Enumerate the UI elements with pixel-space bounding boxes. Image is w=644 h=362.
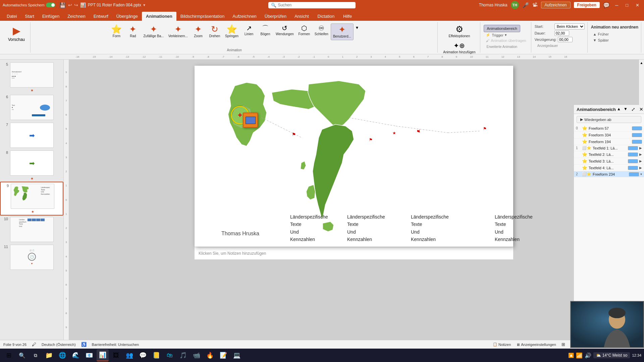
textfeld4-expand[interactable]: ▶: [639, 166, 642, 170]
textfeld1-expand[interactable]: ▶: [639, 146, 642, 150]
filename[interactable]: PPT 01 Roter Faden 004.pptx: [88, 3, 141, 7]
anim-btn-rad[interactable]: ✦ Rad: [125, 23, 141, 40]
anim-item-freeform57[interactable]: 0 ⭐ Freeform 57: [574, 125, 644, 132]
display-settings-btn[interactable]: 🖥 Anzeigeeinstellungen: [516, 343, 556, 347]
tab-entwurf[interactable]: Entwurf: [90, 12, 112, 21]
taskbar-chrome-btn[interactable]: 🌐: [56, 349, 68, 361]
slide-thumbnail-6[interactable]: Text■==: [10, 95, 54, 120]
dauer-input[interactable]: [554, 31, 569, 36]
tab-start[interactable]: Start: [21, 12, 38, 21]
tab-hilfe[interactable]: Hilfe: [339, 12, 356, 21]
anim-item-freeform334[interactable]: ⭐ Freeform 334: [574, 132, 644, 138]
taskbar-app-btn[interactable]: 💻: [231, 349, 243, 361]
search-box[interactable]: 🔍: [268, 2, 356, 8]
freigeben-btn[interactable]: Freigeben: [574, 2, 600, 8]
animationsbereich-btn[interactable]: Animationsbereich: [484, 25, 520, 32]
tab-ansicht[interactable]: Ansicht: [290, 12, 313, 21]
trigger-btn[interactable]: ⚡ Trigger ▾: [484, 32, 528, 38]
tab-bildschirm[interactable]: Bildschirmpräsentation: [176, 12, 229, 21]
frueher-btn[interactable]: ▲ Früher: [591, 32, 611, 37]
slide-thumbnail-8[interactable]: ➡: [10, 150, 54, 176]
anim-item-textfeld2[interactable]: ⭐ Textfeld 2: Lä... ▶: [574, 151, 644, 158]
tab-zeichnen[interactable]: Zeichnen: [63, 12, 89, 21]
slide-item-9[interactable]: 9 Länderspez.TexteUndKennzahlen ★: [0, 182, 63, 216]
tab-ueberpruefen[interactable]: Überprüfen: [261, 12, 290, 21]
tab-uebergaenge[interactable]: Übergänge: [112, 12, 142, 21]
taskbar-store-btn[interactable]: 🛍: [164, 349, 176, 361]
effektoptionen-btn[interactable]: ⚙ Effektoptionen: [446, 23, 472, 40]
notes-area[interactable]: Klicken Sie, um Notizen hinzuzufügen: [195, 247, 513, 259]
dragged-element[interactable]: [243, 113, 258, 128]
microphone-icon[interactable]: 🎤: [522, 2, 529, 8]
tab-einfuegen[interactable]: Einfügen: [38, 12, 63, 21]
search-input[interactable]: [278, 3, 352, 7]
tab-aufzeichnen[interactable]: Aufzeichnen: [228, 12, 261, 21]
start-select[interactable]: Beim Klicken: [554, 23, 585, 29]
taskbar-browser2-btn[interactable]: 🔥: [204, 349, 216, 361]
taskbar-teams-btn[interactable]: 👥: [123, 349, 136, 361]
tab-dictation[interactable]: Dictation: [313, 12, 339, 21]
dropdown-icon[interactable]: ▾: [143, 3, 145, 7]
taskbar-powerpoint-btn[interactable]: 📊: [97, 349, 109, 361]
slide-panel[interactable]: 5 Animationen!→ → →■ ■ ■=== ★ 6 Text■==: [0, 60, 64, 340]
panel-scroll-down[interactable]: ▼: [623, 106, 629, 112]
anim-btn-drehen[interactable]: ↻ Drehen: [207, 23, 223, 40]
anim-btn-formen[interactable]: ⬡ Formen: [296, 23, 312, 38]
aufzeichnen-btn[interactable]: Aufzeichnen: [541, 2, 571, 8]
slide-canvas[interactable]: ⚑ ⚑ ★ ⚑ ⚑ + Länderspezifische Texte Und …: [195, 66, 513, 247]
slide-thumbnail-10[interactable]: Landes-spezifischTexteUnd: [10, 217, 54, 242]
anim-btn-schleifen[interactable]: ♾ Schleifen: [313, 23, 330, 38]
anim-btn-boegen[interactable]: ⌒ Bögen: [257, 23, 273, 38]
taskbar-up-arrow[interactable]: 🔼: [568, 353, 574, 358]
slide-item-11[interactable]: 11 ⬜ 🕐 🕛 ♥: [0, 243, 63, 271]
redo-icon[interactable]: ↪: [74, 2, 78, 8]
scroll-up-btn[interactable]: ▲: [639, 60, 644, 65]
textfeld2-expand[interactable]: ▶: [639, 153, 642, 156]
taskbar-obs-btn[interactable]: 📹: [191, 349, 203, 361]
present-icon[interactable]: 📽: [532, 2, 538, 8]
freeform234-expand[interactable]: ▾: [640, 172, 642, 176]
taskbar-windows-btn[interactable]: ⊞: [3, 349, 15, 361]
minimize-btn[interactable]: ─: [613, 2, 620, 8]
slide-item-7[interactable]: 7 ➡: [0, 121, 63, 149]
taskbar-spotify-btn[interactable]: 🎵: [177, 349, 189, 361]
tab-datei[interactable]: Datei: [3, 12, 21, 21]
maximize-btn[interactable]: □: [624, 2, 630, 8]
anim-btn-benutzerd[interactable]: ✦ Benutzerd...: [331, 23, 354, 40]
taskbar-edge-btn[interactable]: 🌊: [70, 349, 82, 361]
anim-item-freeform234[interactable]: 2 ⬜⭐ Freeform 234 ▾: [574, 171, 644, 177]
slide-thumbnail-9[interactable]: Länderspez.TexteUndKennzahlen: [11, 184, 54, 209]
save-icon[interactable]: 💾: [59, 2, 66, 8]
slide-item-8[interactable]: 8 ➡ ★: [0, 149, 63, 182]
anim-item-textfeld4[interactable]: ⭐ Textfeld 4: Lä... ▶: [574, 165, 644, 171]
textfeld3-expand[interactable]: ▶: [639, 159, 642, 163]
autosave-toggle[interactable]: Automatisches Speichern: [3, 3, 55, 7]
close-btn[interactable]: ✕: [634, 2, 641, 8]
taskbar-explorer-btn[interactable]: 📁: [43, 349, 55, 361]
anim-btn-form[interactable]: ⭐ Form: [108, 23, 124, 40]
slide-thumbnail-5[interactable]: Animationen!→ → →■ ■ ■===: [10, 62, 54, 87]
taskbar-skype-btn[interactable]: 💬: [137, 349, 149, 361]
anim-btn-springen[interactable]: ⭐ Springen: [223, 23, 240, 40]
play-all-btn[interactable]: ▶ Wiedergeben ab: [577, 116, 641, 123]
anim-btn-zoom[interactable]: ✦ Zoom: [190, 23, 206, 40]
anim-btn-verkleinern[interactable]: ✦ Verkleinern...: [166, 23, 190, 40]
notes-btn[interactable]: 📋 Notizen: [493, 342, 511, 347]
anim-item-freeform194[interactable]: ⭐ Freeform 194: [574, 138, 644, 145]
anim-item-textfeld1[interactable]: 1 ⬜⭐ Textfeld 1: Lä... ▶: [574, 145, 644, 151]
taskbar-outlook-btn[interactable]: 📧: [83, 349, 95, 361]
taskbar-words-btn[interactable]: 📝: [217, 349, 229, 361]
comments-icon[interactable]: 💬: [603, 2, 610, 8]
anim-btn-zufaellig[interactable]: ✦ Zufällige Ba...: [141, 23, 166, 40]
taskbar-taskview-btn[interactable]: ⧉: [30, 349, 42, 361]
slide-thumbnail-11[interactable]: ⬜ 🕐 🕛 ♥: [10, 245, 54, 270]
spaeter-btn[interactable]: ▼ Später: [591, 38, 611, 43]
normal-view-icon[interactable]: ⊞: [561, 342, 565, 347]
slide-item-5[interactable]: 5 Animationen!→ → →■ ■ ■=== ★: [0, 61, 63, 94]
autosave-toggle-pill[interactable]: [46, 3, 55, 7]
animation-hinzufuegen-btn[interactable]: ✦⊕ Animation hinzufügen: [441, 40, 477, 56]
panel-expand-btn[interactable]: ⤢: [630, 106, 637, 112]
taskbar-search-btn[interactable]: 🔍: [16, 349, 28, 361]
vorschau-btn[interactable]: ▶ Vorschau: [5, 23, 28, 43]
undo-icon[interactable]: ↩: [68, 2, 72, 8]
